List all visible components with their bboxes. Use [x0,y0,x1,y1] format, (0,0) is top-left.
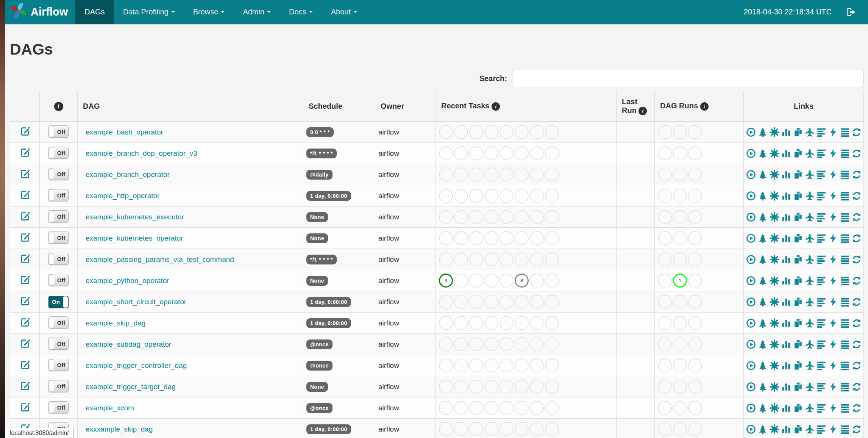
task-state-circle[interactable] [454,401,468,415]
task-state-circle[interactable] [545,146,559,160]
refresh-icon[interactable] [852,403,862,413]
task-state-circle[interactable] [515,422,529,436]
graph-view-icon[interactable] [770,149,779,158]
task-state-circle[interactable] [530,401,544,415]
task-state-circle[interactable] [484,295,498,309]
tree-view-icon[interactable] [758,276,768,286]
log-view-icon[interactable] [840,127,850,137]
task-state-circle[interactable] [439,252,453,266]
gantt-view-icon[interactable] [816,191,826,201]
task-state-circle[interactable] [469,274,483,288]
refresh-icon[interactable] [852,212,862,222]
log-view-icon[interactable] [840,276,850,286]
task-state-circle[interactable] [484,231,498,245]
task-state-circle[interactable] [545,337,559,351]
task-state-circle[interactable] [469,189,483,203]
task-state-circle[interactable] [658,167,672,181]
task-state-circle[interactable] [545,274,559,288]
task-state-circle[interactable]: 1 [673,274,687,288]
edit-dag-icon[interactable] [20,126,30,137]
landing-times-icon[interactable] [805,127,815,137]
task-state-circle[interactable] [530,337,544,351]
tree-view-icon[interactable] [758,191,768,201]
code-view-icon[interactable] [828,297,838,307]
task-state-circle[interactable] [469,231,483,245]
gantt-view-icon[interactable] [816,297,826,307]
log-view-icon[interactable] [840,170,850,180]
search-input[interactable] [512,70,863,87]
dag-link[interactable]: example_python_operator [86,277,169,285]
refresh-icon[interactable] [852,297,862,307]
refresh-icon[interactable] [852,339,862,349]
refresh-icon[interactable] [852,127,862,137]
nav-item-about[interactable]: About [322,0,366,24]
dag-link[interactable]: example_passing_params_via_test_command [86,255,234,263]
task-state-circle[interactable]: 8 [515,274,529,288]
code-view-icon[interactable] [828,382,838,392]
task-state-circle[interactable] [688,380,702,394]
landing-times-icon[interactable] [805,318,815,328]
task-state-circle[interactable] [469,295,483,309]
task-tries-icon[interactable] [793,255,803,264]
dag-pause-toggle[interactable]: Off [48,401,69,413]
task-state-circle[interactable] [658,125,672,139]
task-state-circle[interactable] [530,231,544,245]
task-state-circle[interactable] [688,295,702,309]
task-state-circle[interactable] [469,125,483,139]
refresh-icon[interactable] [852,318,862,328]
trigger-dag-icon[interactable] [746,403,756,413]
task-state-circle[interactable] [515,380,529,394]
graph-view-icon[interactable] [770,191,779,201]
dag-pause-toggle[interactable]: Off [48,274,69,286]
log-view-icon[interactable] [840,403,850,413]
task-state-circle[interactable] [469,167,483,181]
task-state-circle[interactable] [439,167,453,181]
task-tries-icon[interactable] [793,233,803,243]
trigger-dag-icon[interactable] [746,149,756,158]
nav-item-data-profiling[interactable]: Data Profiling [114,0,184,24]
log-view-icon[interactable] [840,297,850,307]
task-state-circle[interactable] [673,316,687,330]
trigger-dag-icon[interactable] [746,212,756,222]
task-state-circle[interactable] [515,337,529,351]
dag-pause-toggle[interactable]: Off [48,338,69,350]
edit-dag-icon[interactable] [20,253,30,264]
task-state-circle[interactable] [673,125,687,139]
tree-view-icon[interactable] [758,318,768,328]
task-duration-icon[interactable] [781,424,791,434]
task-state-circle[interactable] [673,337,687,351]
task-state-circle[interactable] [454,210,468,224]
tree-view-icon[interactable] [758,382,768,392]
edit-dag-icon[interactable] [20,360,30,370]
refresh-icon[interactable] [852,424,862,434]
task-state-circle[interactable] [469,210,483,224]
trigger-dag-icon[interactable] [746,339,756,349]
gantt-view-icon[interactable] [816,212,826,222]
landing-times-icon[interactable] [805,170,815,180]
refresh-icon[interactable] [852,191,862,201]
task-state-circle[interactable] [530,422,544,436]
graph-view-icon[interactable] [770,212,779,222]
refresh-icon[interactable] [852,276,862,286]
landing-times-icon[interactable] [805,212,815,222]
dag-link[interactable]: example_trigger_target_dag [86,383,176,391]
trigger-dag-icon[interactable] [746,424,756,434]
task-state-circle[interactable] [500,210,514,224]
task-duration-icon[interactable] [781,276,791,286]
edit-dag-icon[interactable] [20,296,30,307]
landing-times-icon[interactable] [805,233,815,243]
task-state-circle[interactable] [658,274,672,288]
task-state-circle[interactable] [530,274,544,288]
task-state-circle[interactable] [500,146,514,160]
task-duration-icon[interactable] [781,318,791,328]
task-tries-icon[interactable] [793,212,803,222]
task-state-circle[interactable] [515,231,529,245]
graph-view-icon[interactable] [770,276,779,286]
trigger-dag-icon[interactable] [746,191,756,201]
task-state-circle[interactable] [469,401,483,415]
task-duration-icon[interactable] [781,149,791,158]
task-state-circle[interactable] [454,252,468,266]
landing-times-icon[interactable] [805,424,815,434]
graph-view-icon[interactable] [770,255,779,264]
tree-view-icon[interactable] [758,361,768,371]
